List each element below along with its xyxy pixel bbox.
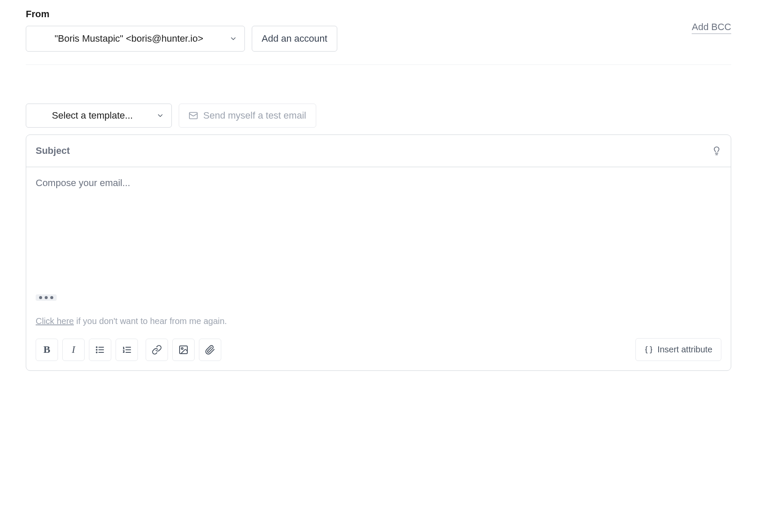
compose-textarea[interactable]: [36, 177, 721, 290]
subject-input[interactable]: [36, 135, 712, 167]
italic-button[interactable]: I: [62, 339, 85, 361]
insert-attribute-label: Insert attribute: [657, 345, 712, 355]
send-test-email-button[interactable]: Send myself a test email: [179, 104, 316, 128]
braces-icon: [644, 345, 653, 354]
dot-icon: [39, 296, 42, 299]
template-select-wrapper: Select a template...: [26, 104, 172, 128]
insert-group: [146, 339, 221, 361]
envelope-icon: [189, 111, 198, 120]
dot-icon: [50, 296, 53, 299]
send-test-email-label: Send myself a test email: [203, 110, 306, 121]
bullet-list-icon: [95, 345, 105, 355]
attachment-button[interactable]: [199, 339, 221, 361]
insert-attribute-button[interactable]: Insert attribute: [635, 338, 721, 361]
compose-box: Click here if you don't want to hear fro…: [26, 135, 731, 371]
link-button[interactable]: [146, 339, 168, 361]
paperclip-icon: [205, 345, 215, 355]
bold-icon: B: [43, 344, 50, 355]
from-label: From: [26, 9, 731, 20]
svg-point-5: [96, 349, 97, 350]
numbered-list-icon: [122, 345, 132, 355]
from-row: "Boris Mustapic" <boris@hunter.io> Add a…: [26, 26, 731, 65]
bold-button[interactable]: B: [36, 339, 58, 361]
dot-icon: [45, 296, 48, 299]
template-row: Select a template... Send myself a test …: [26, 104, 731, 128]
bullet-list-button[interactable]: [89, 339, 111, 361]
expand-collapse-dots[interactable]: [36, 294, 57, 301]
svg-rect-0: [189, 113, 197, 119]
svg-point-6: [96, 352, 97, 353]
image-button[interactable]: [172, 339, 195, 361]
svg-point-4: [96, 347, 97, 348]
unsubscribe-line: Click here if you don't want to hear fro…: [36, 316, 721, 326]
subject-row: [26, 135, 731, 167]
add-bcc-link[interactable]: Add BCC: [692, 21, 731, 34]
editor-toolbar: B I Insert attribute: [26, 330, 731, 370]
format-group: B I: [36, 339, 138, 361]
lightbulb-icon[interactable]: [712, 146, 721, 156]
numbered-list-button[interactable]: [116, 339, 138, 361]
link-icon: [152, 345, 162, 355]
compose-body: Click here if you don't want to hear fro…: [26, 167, 731, 330]
unsubscribe-link[interactable]: Click here: [36, 316, 74, 326]
from-account-select[interactable]: "Boris Mustapic" <boris@hunter.io>: [26, 26, 245, 52]
from-section: From "Boris Mustapic" <boris@hunter.io> …: [26, 9, 731, 65]
image-icon: [178, 345, 189, 355]
from-select-wrapper: "Boris Mustapic" <boris@hunter.io>: [26, 26, 245, 52]
template-select[interactable]: Select a template...: [26, 104, 172, 128]
svg-point-11: [181, 348, 183, 349]
add-account-button[interactable]: Add an account: [252, 26, 337, 52]
italic-icon: I: [72, 344, 75, 355]
unsubscribe-text: if you don't want to hear from me again.: [74, 316, 227, 326]
